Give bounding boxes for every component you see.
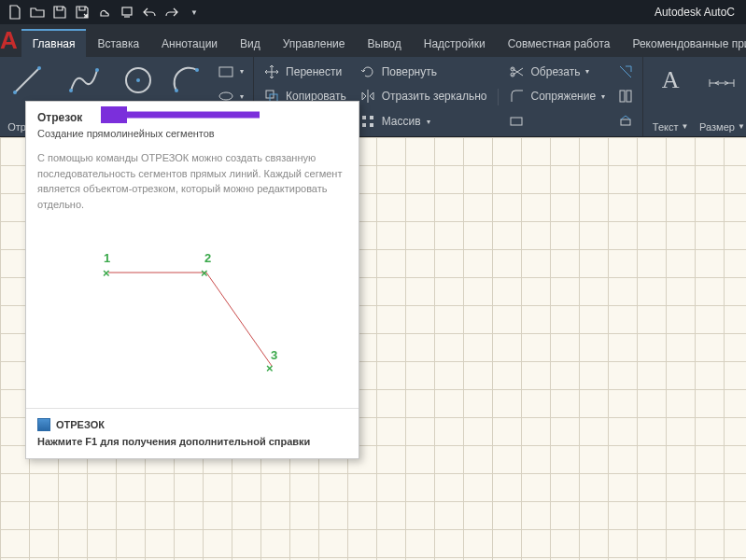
svg-line-1: [15, 68, 39, 92]
svg-text:×: ×: [103, 266, 110, 280]
tooltip-description: С помощью команды ОТРЕЗОК можно создать …: [26, 150, 359, 221]
tab-insert[interactable]: Вставка: [86, 31, 150, 57]
modify-icon-1[interactable]: [612, 61, 639, 83]
mirror-button[interactable]: Отразить зеркально: [354, 85, 493, 107]
dimension-label: Размер: [699, 121, 735, 133]
tab-annotate[interactable]: Аннотации: [150, 31, 229, 57]
autocad-logo-icon[interactable]: A: [0, 24, 18, 57]
polyline-icon: [66, 63, 100, 97]
svg-rect-0: [122, 7, 132, 15]
rotate-icon: [359, 63, 376, 80]
text-icon: A: [654, 63, 687, 97]
svg-point-2: [13, 91, 17, 94]
tooltip-help: Нажмите F1 для получения дополнительной …: [37, 435, 347, 449]
text-button[interactable]: A Текст▼: [647, 60, 694, 134]
line-icon: [10, 63, 44, 97]
svg-point-5: [95, 68, 99, 72]
move-label: Перенести: [286, 65, 342, 78]
svg-rect-17: [362, 116, 366, 119]
new-icon[interactable]: [6, 3, 24, 21]
quick-access-toolbar: ▼ Autodesk AutoC: [0, 0, 746, 24]
trim-icon: [509, 63, 526, 80]
svg-rect-26: [621, 119, 630, 125]
mirror-label: Отразить зеркально: [382, 90, 487, 103]
pt1-label: 1: [104, 251, 110, 265]
tab-manage[interactable]: Управление: [272, 31, 357, 57]
svg-line-29: [206, 273, 272, 366]
pt3-label: 3: [271, 348, 277, 362]
command-icon: [37, 418, 50, 431]
move-icon: [263, 63, 280, 80]
tab-view[interactable]: Вид: [229, 31, 272, 57]
array-icon: [359, 113, 376, 130]
tab-output[interactable]: Вывод: [357, 31, 413, 57]
open-icon[interactable]: [28, 3, 47, 21]
svg-rect-10: [219, 67, 232, 77]
trim-label: Обрезать: [531, 65, 581, 78]
tab-addins[interactable]: Надстройки: [413, 31, 497, 57]
modify-icon-2[interactable]: [612, 85, 639, 107]
tooltip-illustration: 1 × 2 × 3 ×: [37, 221, 347, 408]
tooltip-command: ОТРЕЗОК: [56, 419, 105, 430]
app-title: Autodesk AutoC: [655, 6, 740, 19]
svg-point-9: [195, 68, 199, 72]
tab-recommended[interactable]: Рекомендованные прилож: [621, 31, 746, 57]
tooltip-footer: ОТРЕЗОК Нажмите F1 для получения дополни…: [26, 408, 359, 458]
svg-text:×: ×: [266, 361, 274, 375]
undo-icon[interactable]: [140, 3, 159, 21]
separator: [498, 89, 499, 105]
plot-icon[interactable]: [118, 3, 136, 21]
pt2-label: 2: [204, 251, 211, 265]
tooltip-subtitle: Создание прямолинейных сегментов: [26, 128, 359, 150]
move-button[interactable]: Перенести: [258, 61, 352, 83]
save-icon[interactable]: [50, 3, 69, 21]
stretch-icon[interactable]: [503, 110, 612, 133]
fillet-label: Сопряжение: [531, 90, 597, 103]
mirror-icon: [359, 88, 376, 105]
array-label: Массив: [382, 115, 421, 128]
svg-point-4: [69, 89, 73, 92]
annotation-arrow: [101, 106, 269, 123]
rotate-button[interactable]: Повернуть: [354, 61, 493, 83]
rotate-label: Повернуть: [382, 65, 437, 78]
svg-rect-19: [362, 123, 366, 127]
tab-main[interactable]: Главная: [21, 29, 87, 57]
redo-icon[interactable]: [162, 3, 181, 21]
svg-rect-25: [626, 91, 631, 102]
saveas-icon[interactable]: [73, 3, 91, 21]
svg-rect-20: [370, 123, 373, 127]
svg-point-3: [37, 66, 41, 70]
tooltip: Отрезок Создание прямолинейных сегментов…: [25, 101, 359, 459]
qat-dropdown-icon[interactable]: ▼: [185, 3, 204, 21]
tab-bar: A Главная Вставка Аннотации Вид Управлен…: [0, 24, 746, 57]
arc-icon: [170, 63, 204, 97]
svg-rect-18: [370, 116, 373, 119]
dimension-icon: [705, 63, 739, 97]
svg-point-11: [219, 92, 232, 100]
svg-text:×: ×: [201, 266, 208, 280]
svg-rect-24: [620, 91, 625, 102]
modify-icon-3[interactable]: [612, 110, 639, 133]
fillet-icon: [509, 88, 526, 105]
text-label: Текст: [653, 121, 679, 133]
array-button[interactable]: Массив▾: [354, 110, 493, 133]
circle-icon: [121, 63, 155, 97]
fillet-button[interactable]: Сопряжение▾: [503, 85, 612, 107]
svg-point-7: [136, 78, 140, 82]
ribbon-panel-annotation: A Текст▼ Размер▼ Ли Вы Таб: [643, 57, 746, 136]
svg-rect-23: [511, 118, 522, 125]
trim-button[interactable]: Обрезать▾: [503, 61, 612, 83]
dimension-button[interactable]: Размер▼: [696, 60, 746, 134]
svg-point-8: [175, 89, 178, 92]
tab-collaborate[interactable]: Совместная работа: [497, 31, 622, 57]
cloud-icon[interactable]: [95, 3, 114, 21]
rectangle-icon[interactable]: ▾: [212, 61, 249, 83]
